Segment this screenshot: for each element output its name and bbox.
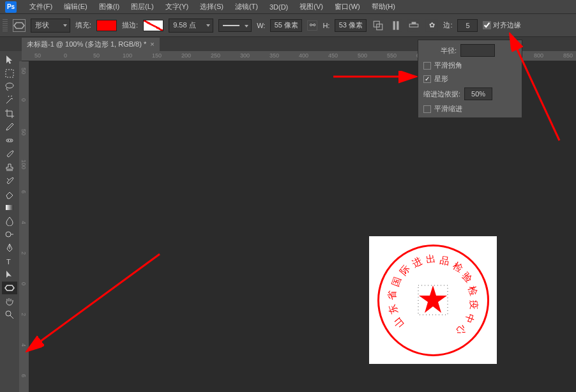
svg-rect-6 bbox=[412, 22, 416, 24]
h-label: H: bbox=[322, 22, 330, 29]
close-icon[interactable]: × bbox=[150, 40, 154, 48]
svg-point-10 bbox=[8, 140, 9, 141]
indent-label: 缩进边依据: bbox=[423, 89, 460, 99]
svg-point-16 bbox=[6, 311, 11, 316]
menu-select[interactable]: 选择(S) bbox=[195, 1, 229, 13]
zoom-tool[interactable] bbox=[2, 308, 17, 321]
polygon-options-popup: 半径: 平滑拐角 星形 缩进边依据: 平滑缩进 bbox=[418, 40, 522, 118]
stroke-width-input[interactable]: 9.58 点 bbox=[169, 19, 213, 33]
menu-bar: Ps 文件(F) 编辑(E) 图像(I) 图层(L) 文字(Y) 选择(S) 滤… bbox=[0, 0, 576, 14]
menu-help[interactable]: 帮助(H) bbox=[367, 1, 400, 13]
sides-label: 边: bbox=[443, 20, 452, 30]
svg-marker-0 bbox=[14, 22, 24, 28]
stroke-label: 描边: bbox=[122, 20, 138, 30]
svg-rect-9 bbox=[6, 139, 13, 142]
menu-view[interactable]: 视图(V) bbox=[294, 1, 328, 13]
w-label: W: bbox=[257, 22, 265, 29]
menu-image[interactable]: 图像(I) bbox=[94, 1, 125, 13]
stroke-swatch[interactable] bbox=[143, 20, 163, 31]
svg-text:T: T bbox=[6, 258, 11, 266]
type-tool[interactable]: T bbox=[2, 255, 17, 268]
svg-rect-12 bbox=[6, 205, 13, 210]
wand-tool[interactable] bbox=[2, 94, 17, 107]
align-edges-label: 对齐边缘 bbox=[493, 20, 521, 30]
menu-window[interactable]: 窗口(W) bbox=[330, 1, 365, 13]
tool-mode-select[interactable]: 形状 bbox=[31, 19, 70, 33]
svg-point-11 bbox=[10, 140, 11, 141]
marquee-tool[interactable] bbox=[2, 67, 17, 80]
document-tab-title: 未标题-1 @ 100% (多边形 1, RGB/8) * bbox=[27, 40, 146, 49]
smooth-indent-label: 平滑缩进 bbox=[434, 104, 462, 114]
eraser-tool[interactable] bbox=[2, 188, 17, 200]
svg-rect-7 bbox=[6, 70, 13, 77]
link-wh-icon[interactable]: ⚯ bbox=[307, 20, 317, 31]
svg-rect-4 bbox=[397, 21, 399, 30]
eyedropper-tool[interactable] bbox=[2, 121, 17, 133]
menu-type[interactable]: 文字(Y) bbox=[160, 1, 194, 13]
grip-icon[interactable] bbox=[3, 19, 8, 32]
crop-tool[interactable] bbox=[2, 107, 17, 120]
move-tool[interactable] bbox=[2, 54, 17, 66]
menu-3d[interactable]: 3D(D) bbox=[264, 2, 293, 12]
gear-icon[interactable]: ✿ bbox=[425, 19, 438, 32]
stroke-style-select[interactable] bbox=[218, 19, 252, 32]
pen-tool[interactable] bbox=[2, 241, 17, 254]
align-edges-checkbox[interactable]: 对齐边缘 bbox=[483, 20, 521, 30]
star-label: 星形 bbox=[434, 74, 448, 84]
sides-input[interactable] bbox=[457, 19, 478, 32]
stamp-tool[interactable] bbox=[2, 161, 17, 174]
path-combine-icon[interactable] bbox=[372, 19, 384, 32]
path-arrange-icon[interactable] bbox=[407, 19, 420, 32]
svg-rect-3 bbox=[393, 21, 395, 30]
path-align-icon[interactable] bbox=[390, 19, 402, 32]
options-bar: 形状 填充: 描边: 9.58 点 W: ⚯ H: ✿ 边: 对齐边缘 bbox=[0, 14, 576, 37]
menu-layer[interactable]: 图层(L) bbox=[126, 1, 158, 13]
history-brush-tool[interactable] bbox=[2, 174, 17, 187]
svg-marker-17 bbox=[419, 285, 447, 313]
svg-point-13 bbox=[6, 232, 11, 237]
blur-tool[interactable] bbox=[2, 215, 17, 227]
dodge-tool[interactable] bbox=[2, 228, 17, 241]
hand-tool[interactable] bbox=[2, 295, 17, 308]
polygon-preset-icon[interactable] bbox=[13, 19, 26, 32]
radius-label: 半径: bbox=[423, 46, 457, 56]
menu-edit[interactable]: 编辑(E) bbox=[59, 1, 93, 13]
svg-marker-15 bbox=[5, 285, 14, 290]
stamp-star-icon bbox=[417, 284, 449, 316]
svg-rect-5 bbox=[410, 24, 419, 27]
height-input[interactable] bbox=[335, 19, 367, 32]
radius-input[interactable] bbox=[460, 44, 495, 57]
smooth-corners-checkbox[interactable]: 平滑拐角 bbox=[423, 61, 517, 70]
ps-logo-icon: Ps bbox=[5, 1, 17, 13]
toolbox: T bbox=[0, 51, 19, 392]
heal-tool[interactable] bbox=[2, 134, 17, 147]
polygon-shape-tool[interactable] bbox=[2, 282, 17, 294]
smooth-indent-checkbox[interactable]: 平滑缩进 bbox=[423, 104, 517, 114]
indent-input[interactable] bbox=[464, 87, 492, 100]
fill-label: 填充: bbox=[75, 20, 91, 30]
star-checkbox[interactable]: 星形 bbox=[423, 74, 517, 84]
menu-filter[interactable]: 滤镜(T) bbox=[230, 1, 263, 13]
brush-tool[interactable] bbox=[2, 147, 17, 160]
stamp-artwork: 山东省国际进出品检验检疫中心 bbox=[369, 236, 497, 364]
menu-file[interactable]: 文件(F) bbox=[24, 1, 57, 13]
width-input[interactable] bbox=[270, 19, 302, 32]
fill-swatch[interactable] bbox=[96, 20, 117, 31]
gradient-tool[interactable] bbox=[2, 201, 17, 214]
document-tab[interactable]: 未标题-1 @ 100% (多边形 1, RGB/8) * × bbox=[22, 38, 160, 51]
lasso-tool[interactable] bbox=[2, 80, 17, 93]
path-select-tool[interactable] bbox=[2, 268, 17, 281]
smooth-corners-label: 平滑拐角 bbox=[434, 61, 462, 70]
